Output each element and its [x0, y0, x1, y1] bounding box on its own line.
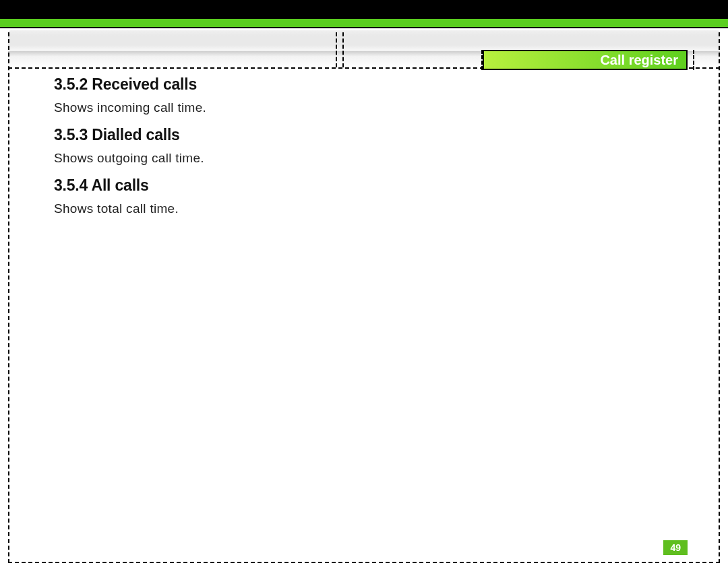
crop-mark-right: [719, 32, 720, 563]
tab-crop-guide: [693, 50, 694, 70]
crop-guide: [336, 32, 337, 67]
page-number-badge: 49: [663, 540, 688, 555]
top-black-bar: [0, 0, 728, 19]
heading-all-calls: 3.5.4 All calls: [54, 176, 674, 195]
section-tab: Call register: [483, 50, 688, 70]
crop-mark-left: [8, 32, 9, 563]
divider-line: [0, 27, 728, 28]
crop-mark-bottom: [8, 562, 720, 563]
heading-received-calls: 3.5.2 Received calls: [54, 75, 674, 94]
crop-guide: [342, 32, 344, 67]
top-green-bar: [0, 19, 728, 27]
page-number: 49: [670, 542, 681, 553]
page-content: 3.5.2 Received calls Shows incoming call…: [54, 75, 674, 227]
body-received-calls: Shows incoming call time.: [54, 100, 674, 115]
body-all-calls: Shows total call time.: [54, 201, 674, 216]
body-dialled-calls: Shows outgoing call time.: [54, 151, 674, 166]
heading-dialled-calls: 3.5.3 Dialled calls: [54, 126, 674, 144]
section-tab-label: Call register: [600, 53, 678, 67]
document-page: Call register 3.5.2 Received calls Shows…: [0, 0, 728, 582]
